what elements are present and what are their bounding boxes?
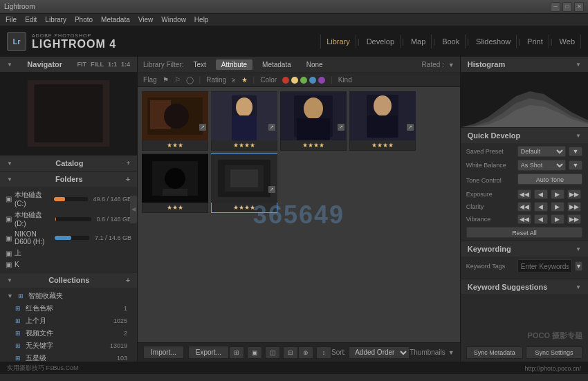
collection-item-4[interactable]: ⊞ 五星级 103: [0, 352, 137, 362]
qd-clar-up2[interactable]: ▶▶: [567, 202, 581, 212]
keyword-input[interactable]: [517, 259, 572, 273]
maximize-button[interactable]: □: [562, 2, 572, 12]
folder-item-extra2[interactable]: ▣ K: [0, 259, 137, 270]
folder-item-h[interactable]: ▣ NIKON D600 (H:) 7.1 / 14.6 GB: [0, 229, 137, 247]
collection-group[interactable]: ▼ ⊞ 智能收藏夹: [0, 290, 137, 302]
menu-window[interactable]: Window: [161, 16, 186, 24]
color-dot-blue[interactable]: [309, 77, 316, 84]
nav-fit[interactable]: FIT: [77, 61, 87, 68]
filter-tab-metadata[interactable]: Metadata: [257, 59, 297, 70]
qd-preset-select[interactable]: Default: [517, 146, 566, 157]
folders-header[interactable]: ▼ Folders +: [0, 171, 137, 187]
filter-expand-icon[interactable]: ▼: [448, 62, 454, 68]
module-book[interactable]: Book: [437, 35, 466, 48]
survey-view-button[interactable]: ⊟: [283, 346, 298, 359]
module-print[interactable]: Print: [522, 35, 549, 48]
folder-item-d[interactable]: ▣ 本地磁盘 (D:) 0.6 / 146 GB: [0, 209, 137, 229]
navigator-header[interactable]: ▼ Navigator FIT FILL 1:1 1:4: [0, 57, 137, 72]
qd-wb-select[interactable]: As Shot: [517, 160, 566, 171]
qd-exp-down2[interactable]: ◀◀: [517, 189, 531, 199]
sync-settings-button[interactable]: Sync Settings: [526, 346, 582, 359]
module-web[interactable]: Web: [554, 35, 581, 48]
thumbs-expand-icon[interactable]: ▼: [448, 349, 454, 356]
collections-add-button[interactable]: +: [126, 276, 130, 284]
compare-view-button[interactable]: ◫: [265, 346, 280, 359]
catalog-header[interactable]: ▼ Catalog +: [0, 156, 137, 171]
color-dot-purple[interactable]: [318, 77, 325, 84]
menu-view[interactable]: View: [138, 16, 154, 24]
photo-cell-2[interactable]: ↗ ★★★★: [280, 91, 347, 151]
module-library[interactable]: Library: [320, 35, 356, 48]
color-dot-green[interactable]: [300, 77, 307, 84]
sort-select[interactable]: Added Order: [349, 346, 410, 359]
module-map[interactable]: Map: [405, 35, 432, 48]
collection-name-4: 五星级: [26, 353, 46, 362]
rating-op[interactable]: ≥: [232, 76, 236, 84]
flag-unflagged-icon[interactable]: ◯: [186, 76, 194, 84]
photo-cell-0[interactable]: ↗ ★★★: [142, 91, 208, 151]
collection-item-2[interactable]: ⊞ 视频文件 2: [0, 327, 137, 340]
color-dot-red[interactable]: [282, 77, 289, 84]
qd-vib-down2[interactable]: ◀◀: [517, 214, 531, 224]
qd-preset-btn[interactable]: ▼: [569, 147, 582, 156]
flag-reject-icon[interactable]: ⚐: [174, 76, 181, 84]
photo-cell-3[interactable]: ↗ ★★★★: [349, 91, 416, 151]
histogram-header[interactable]: Histogram ▼: [461, 57, 588, 72]
folder-item-c[interactable]: ▣ 本地磁盘 (C:) 49.6 / 146 GB: [0, 189, 137, 209]
menu-help[interactable]: Help: [194, 16, 209, 24]
quick-develop-header[interactable]: Quick Develop ▼: [461, 128, 588, 143]
qd-wb-btn[interactable]: ▼: [569, 160, 582, 170]
export-button[interactable]: Export...: [188, 346, 229, 359]
qd-reset-btn[interactable]: Reset All: [466, 227, 582, 238]
folder-item-extra1[interactable]: ▣ 上: [0, 247, 137, 259]
photo-cell-4[interactable]: ★★★: [142, 154, 208, 213]
menu-metadata[interactable]: Metadata: [101, 16, 130, 24]
nav-1to1[interactable]: 1:1: [108, 61, 117, 68]
photo-stars-3: ★★★★: [371, 140, 394, 150]
filter-tab-none[interactable]: None: [301, 59, 329, 70]
folder-add-button[interactable]: +: [126, 175, 130, 183]
qd-exp-down[interactable]: ◀: [534, 189, 548, 199]
qd-exp-up[interactable]: ▶: [551, 189, 564, 199]
module-develop[interactable]: Develop: [361, 35, 401, 48]
import-button[interactable]: Import...: [143, 346, 184, 359]
qd-vib-up[interactable]: ▶: [551, 214, 564, 224]
menu-photo[interactable]: Photo: [75, 16, 93, 24]
qd-auto-tone-btn[interactable]: Auto Tone: [517, 174, 582, 185]
qd-clar-down2[interactable]: ◀◀: [517, 202, 531, 212]
nav-1to4[interactable]: 1:4: [121, 61, 130, 68]
rating-stars[interactable]: ★: [241, 76, 248, 84]
keywording-header[interactable]: Keywording ▼: [461, 241, 588, 257]
color-dot-yellow[interactable]: [291, 77, 298, 84]
filter-tab-text[interactable]: Text: [187, 59, 211, 70]
qd-exp-up2[interactable]: ▶▶: [567, 189, 581, 199]
nav-fill[interactable]: FILL: [91, 61, 104, 68]
close-button[interactable]: ✕: [574, 2, 584, 12]
qd-clar-up[interactable]: ▶: [551, 202, 564, 212]
sync-metadata-button[interactable]: Sync Metadata: [466, 346, 523, 359]
keyword-settings-btn[interactable]: ▼: [575, 261, 582, 271]
menu-library[interactable]: Library: [45, 16, 66, 24]
qd-vib-down[interactable]: ◀: [534, 214, 548, 224]
collection-item-3[interactable]: ⊞ 无关键字 13019: [0, 340, 137, 352]
loupe-view-button[interactable]: ▣: [247, 346, 262, 359]
photo-cell-5[interactable]: ↗ ★★★★: [211, 154, 277, 213]
minimize-button[interactable]: ─: [551, 2, 560, 12]
sort-order-button[interactable]: ↕: [316, 346, 331, 359]
menu-file[interactable]: File: [6, 16, 17, 24]
collection-item-1[interactable]: ⊞ 上个月 1025: [0, 315, 137, 327]
qd-clar-down[interactable]: ◀: [534, 202, 548, 212]
grid-view-button[interactable]: ⊞: [229, 346, 244, 359]
collection-item-0[interactable]: ⊞ 红色色标 1: [0, 302, 137, 315]
flag-pick-icon[interactable]: ⚑: [163, 76, 169, 84]
left-panel-collapse[interactable]: ◀: [130, 196, 137, 223]
collections-header[interactable]: ▼ Collections +: [0, 272, 137, 288]
keyword-suggestions-header[interactable]: Keyword Suggestions ▼: [461, 279, 588, 295]
photo-cell-1[interactable]: ↗ ★★★★: [211, 91, 277, 151]
spray-can-button[interactable]: ⊕: [298, 346, 313, 359]
menu-edit[interactable]: Edit: [25, 16, 37, 24]
qd-vib-up2[interactable]: ▶▶: [567, 214, 581, 224]
filter-tab-attribute[interactable]: Attribute: [216, 59, 252, 70]
photo-sim-0: [142, 92, 208, 140]
module-slideshow[interactable]: Slideshow: [470, 35, 517, 48]
